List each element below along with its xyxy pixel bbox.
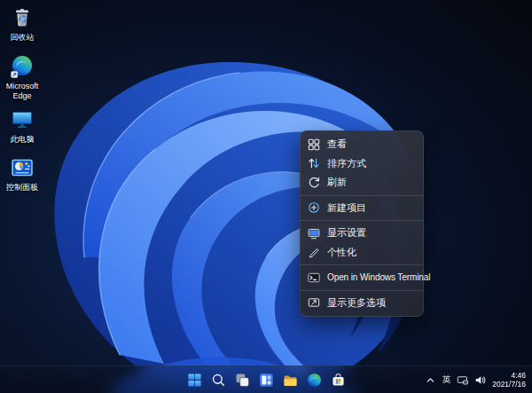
start-icon — [187, 373, 202, 388]
file-explorer-icon — [283, 373, 298, 388]
desktop-icon-label: 控制面板 — [6, 183, 38, 193]
taskbar-store-button[interactable] — [327, 370, 348, 390]
menu-item-label: 排序方式 — [327, 157, 366, 170]
this-pc-icon — [10, 106, 35, 133]
menu-separator — [301, 264, 423, 265]
store-icon — [331, 373, 346, 388]
recycle-bin-icon — [10, 4, 35, 31]
desktop-context-menu: 查看排序方式刷新新建项目显示设置个性化Open in Windows Termi… — [300, 130, 424, 317]
menu-item-new-item[interactable]: 新建项目 — [302, 199, 421, 218]
menu-item-display-settings[interactable]: 显示设置 — [302, 224, 421, 243]
windows-11-desktop: 回收站Microsoft Edge此电脑控制面板 查看排序方式刷新新建项目显示设… — [0, 0, 532, 393]
menu-separator — [301, 290, 423, 291]
desktop-icon-label: 此电脑 — [11, 135, 35, 145]
taskbar-search-button[interactable] — [207, 370, 229, 390]
menu-item-label: 显示更多选项 — [327, 296, 386, 310]
menu-item-open-windows-terminal[interactable]: Open in Windows Terminal — [302, 268, 421, 287]
display-settings-icon — [308, 227, 320, 240]
taskbar-widgets-button[interactable] — [255, 370, 277, 390]
menu-item-refresh[interactable]: 刷新 — [302, 173, 421, 193]
desktop-icon-this-pc[interactable]: 此电脑 — [2, 106, 43, 145]
menu-item-label: 个性化 — [327, 246, 356, 259]
clock-time: 4:46 — [511, 371, 526, 380]
menu-item-show-more-options[interactable]: 显示更多选项 — [302, 294, 421, 313]
widgets-icon — [259, 373, 274, 388]
taskbar-start-button[interactable] — [184, 370, 205, 390]
taskbar-edge-button[interactable] — [303, 370, 325, 390]
taskbar-center-buttons — [184, 366, 348, 393]
desktop-wallpaper — [0, 0, 532, 393]
terminal-icon — [308, 271, 320, 284]
menu-item-sort-by[interactable]: 排序方式 — [302, 154, 421, 174]
edge-desktop-icon — [10, 53, 35, 80]
menu-item-personalize[interactable]: 个性化 — [302, 243, 421, 263]
ime-indicator[interactable]: 英 — [442, 375, 451, 384]
edge-icon — [307, 373, 322, 388]
chevron-up-icon[interactable] — [425, 374, 436, 386]
menu-item-view[interactable]: 查看 — [302, 135, 421, 154]
desktop-icon-recycle-bin[interactable]: 回收站 — [2, 4, 43, 43]
refresh-icon — [308, 177, 320, 189]
taskbar: 英 4:46 2021/7/16 — [0, 365, 532, 393]
desktop-icon-microsoft-edge[interactable]: Microsoft Edge — [2, 53, 43, 100]
new-item-icon — [308, 201, 320, 214]
desktop-icon-label: Microsoft Edge — [2, 82, 43, 100]
control-panel-icon — [10, 154, 35, 181]
network-icon[interactable] — [457, 374, 468, 386]
search-icon — [211, 373, 226, 388]
taskbar-task-view-button[interactable] — [231, 370, 253, 390]
system-tray: 英 4:46 2021/7/16 — [425, 366, 532, 393]
menu-item-label: 刷新 — [327, 176, 347, 189]
personalize-icon — [308, 246, 320, 258]
taskbar-file-explorer-button[interactable] — [279, 370, 301, 390]
clock-date: 2021/7/16 — [492, 380, 526, 389]
sort-icon — [308, 157, 320, 169]
desktop-icon-control-panel[interactable]: 控制面板 — [2, 154, 43, 193]
menu-item-label: Open in Windows Terminal — [327, 272, 430, 282]
menu-separator — [301, 195, 423, 196]
menu-separator — [301, 220, 423, 221]
menu-item-label: 新建项目 — [327, 201, 366, 215]
desktop-icon-label: 回收站 — [11, 33, 35, 43]
show-more-icon — [308, 296, 320, 309]
clock[interactable]: 4:46 2021/7/16 — [492, 371, 526, 389]
menu-item-label: 显示设置 — [327, 226, 366, 240]
view-grid-icon — [308, 138, 320, 151]
speaker-icon[interactable] — [474, 374, 486, 386]
task-view-icon — [235, 373, 250, 388]
menu-item-label: 查看 — [327, 138, 347, 151]
